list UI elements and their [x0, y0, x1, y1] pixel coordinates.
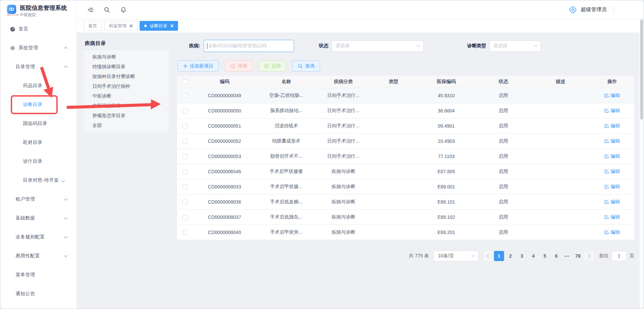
edit-icon — [605, 184, 609, 189]
edit-button[interactable]: 编辑 — [605, 138, 620, 144]
page-size-select[interactable]: 10条/页 — [434, 251, 478, 261]
page-number-1[interactable]: 1 — [494, 251, 504, 261]
table-row: CD0000000051 泪道挂线术 日间手术治疗... 09.4901 启用 … — [177, 119, 634, 134]
row-checkbox[interactable] — [182, 154, 187, 159]
close-icon[interactable] — [170, 24, 173, 27]
hospital-name: 中联医院 — [20, 12, 67, 18]
sidebar-item-consumables-catalog[interactable]: 耗材目录 — [0, 133, 77, 152]
edit-button[interactable]: 编辑 — [605, 123, 620, 129]
disease-search-input[interactable]: 名称/ICD10编码/拼音助记码 — [204, 40, 294, 52]
search-icon[interactable] — [104, 6, 110, 13]
sidebar-item-catalog-mapping[interactable]: 目录对照-待开发 — [0, 171, 77, 190]
tab-department-management[interactable]: 科室管理 — [104, 21, 137, 31]
plus-circle-icon — [264, 63, 269, 69]
table-row: CD0000000049 空肠-乙状结肠... 日间手术治疗... 45.931… — [177, 88, 634, 103]
menu-item-tcm-syndrome[interactable]: 中医证候目录 — [84, 101, 169, 111]
diagnosis-type-filter-label: 诊断类型 — [467, 43, 486, 49]
divider — [614, 6, 614, 13]
table-row: CD0000008040 手术后甲状旁... 疾病与诊断 E89.201 启用 … — [177, 225, 634, 240]
sidebar-item-treatment-catalog[interactable]: 诊疗目录 — [0, 152, 77, 171]
row-checkbox[interactable] — [182, 169, 187, 174]
sidebar-item-usability-config[interactable]: 易用性配置 — [0, 247, 77, 265]
scrollbar-thumb[interactable] — [640, 20, 643, 120]
sidebar-item-diagnosis-catalog[interactable]: 诊断目录 — [0, 95, 77, 114]
status-select[interactable]: 请选择 — [332, 41, 423, 52]
table-body: CD0000000049 空肠-乙状结肠... 日间手术治疗... 45.931… — [177, 88, 634, 240]
menu-item-special-chronic[interactable]: 特慢病诊断目录 — [84, 62, 169, 72]
disable-button[interactable]: 停用 — [225, 60, 253, 72]
topbar: 超级管理员 — [77, 0, 644, 19]
minus-circle-icon — [230, 63, 235, 69]
page-number-4[interactable]: 4 — [528, 251, 538, 261]
row-checkbox[interactable] — [182, 184, 187, 189]
total-count: 共 775 条 — [409, 253, 429, 259]
page-number-2[interactable]: 2 — [505, 251, 516, 261]
edit-button[interactable]: 编辑 — [605, 153, 620, 159]
menu-item-all[interactable]: 全部 — [84, 121, 169, 130]
tab-diagnosis-catalog[interactable]: 诊断目录 — [140, 21, 178, 31]
edit-icon — [605, 230, 609, 234]
menu-item-disease-diagnosis[interactable]: 疾病与诊断 — [84, 52, 169, 62]
col-description: 描述 — [531, 79, 590, 85]
table-row: CD0000006546 手术后甲状腺瘘 疾病与诊断 E07.805 启用 编辑 — [177, 164, 634, 179]
next-page-button[interactable] — [584, 251, 594, 261]
sidebar-item-business-rules[interactable]: 业务规则配置 — [0, 228, 77, 247]
page-number-3[interactable]: 3 — [517, 251, 527, 261]
edit-button[interactable]: 编辑 — [605, 184, 620, 190]
edit-button[interactable]: 编辑 — [605, 199, 620, 205]
edit-button[interactable]: 编辑 — [605, 169, 620, 175]
menu-item-tumor-morphology[interactable]: 肿瘤形态学目录 — [84, 111, 169, 121]
col-type: 类型 — [371, 79, 417, 85]
more-pages-icon[interactable]: ••• — [562, 254, 572, 258]
close-icon[interactable] — [129, 24, 133, 27]
row-checkbox[interactable] — [182, 200, 187, 205]
menu-item-day-surgery[interactable]: 日间手术治疗病种 — [84, 81, 169, 91]
page-number-5[interactable]: 5 — [540, 251, 550, 261]
diagnosis-type-select[interactable]: 请选择 — [490, 41, 541, 52]
bell-icon[interactable] — [120, 6, 127, 13]
page-number-78[interactable]: 78 — [573, 251, 583, 261]
row-checkbox[interactable] — [182, 230, 187, 235]
page-number-6[interactable]: 6 — [551, 251, 561, 261]
current-user[interactable]: 超级管理员 — [581, 6, 607, 13]
prev-page-button[interactable] — [483, 251, 493, 261]
query-button[interactable]: 查询 — [292, 60, 320, 72]
sidebar-item-drug-catalog[interactable]: 药品目录 — [0, 76, 77, 95]
row-checkbox[interactable] — [182, 93, 187, 98]
col-insurance-code: 医保编码 — [416, 79, 476, 85]
sidebar-item-tenant-management[interactable]: 租户管理 — [0, 190, 77, 209]
table-row: CD0000008033 手术后甲状腺... 疾病与诊断 E89.001 启用 … — [177, 179, 634, 195]
tab-home[interactable]: 首页 — [84, 21, 102, 31]
disease-filter-label: 疾病: — [189, 43, 200, 49]
edit-button[interactable]: 编辑 — [605, 93, 620, 99]
row-checkbox[interactable] — [182, 139, 187, 144]
sidebar-item-home[interactable]: 首页 — [0, 20, 77, 38]
app-title: 医院信息管理系统 — [20, 5, 67, 11]
goto-page-input[interactable] — [612, 251, 626, 261]
brand: HEALTH LINK 医院信息管理系统 中联医院 — [0, 0, 77, 20]
menu-item-tcm-diagnosis[interactable]: 中医诊断 — [84, 91, 169, 101]
diagnosis-table: 编码 名称 疾病分类 类型 医保编码 状态 描述 操作 CD0000000049… — [177, 76, 634, 240]
edit-button[interactable]: 编辑 — [605, 229, 620, 235]
row-checkbox[interactable] — [182, 124, 187, 129]
row-checkbox[interactable] — [182, 215, 187, 220]
collapse-sidebar-icon[interactable] — [87, 6, 94, 13]
row-checkbox[interactable] — [182, 108, 187, 113]
sidebar-item-national-code-catalog[interactable]: 国临码目录 — [0, 114, 77, 133]
menu-item-payment-by-disease[interactable]: 按病种目录付费诊断 — [84, 72, 169, 81]
sidebar-item-basic-data[interactable]: 基础数据 — [0, 209, 77, 228]
select-all-checkbox[interactable] — [182, 79, 187, 84]
sidebar-item-system-management[interactable]: 系统管理 — [0, 38, 77, 57]
edit-button[interactable]: 编辑 — [605, 214, 620, 220]
enable-button[interactable]: 启用 — [259, 60, 286, 72]
disease-catalog-menu: 疾病与诊断 特慢病诊断目录 按病种目录付费诊断 日间手术治疗病种 中医诊断 中医… — [84, 50, 169, 133]
sidebar-item-catalog-management[interactable]: 目录管理 — [0, 57, 77, 76]
col-name: 名称 — [257, 79, 316, 85]
edit-icon — [605, 215, 609, 219]
add-item-button[interactable]: 添加新项目 — [178, 60, 219, 72]
sidebar-item-notice[interactable]: 通知公告 — [0, 284, 77, 303]
hospital-user-icon[interactable] — [568, 5, 578, 15]
app-logo-icon — [7, 5, 16, 14]
sidebar-item-menu-management[interactable]: 菜单管理 — [0, 265, 77, 284]
edit-button[interactable]: 编辑 — [605, 108, 620, 114]
